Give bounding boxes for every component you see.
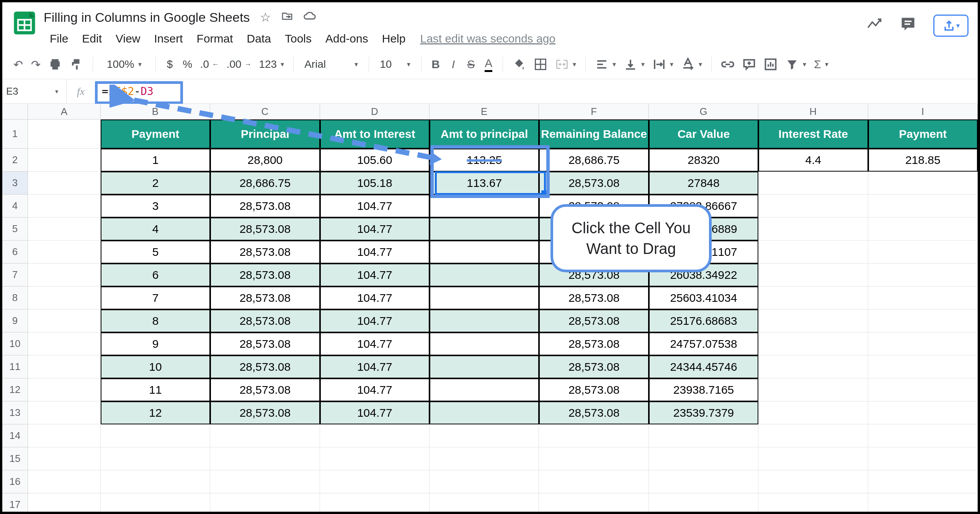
cell-C17[interactable]: [210, 493, 320, 514]
cell-E2[interactable]: 113.25: [430, 149, 539, 172]
cell-B6[interactable]: 5: [101, 241, 210, 264]
cell-H1[interactable]: Interest Rate: [758, 119, 868, 149]
cell-F16[interactable]: [539, 470, 648, 493]
cell-D2[interactable]: 105.60: [320, 149, 430, 172]
menu-view[interactable]: View: [109, 31, 146, 47]
italic-icon[interactable]: I: [446, 55, 461, 74]
cell-I6[interactable]: [868, 241, 978, 264]
cell-B11[interactable]: 10: [101, 355, 210, 378]
cell-D14[interactable]: [320, 424, 430, 447]
cell-G3[interactable]: 27848: [649, 172, 758, 195]
cell-H16[interactable]: [758, 470, 868, 493]
cell-C15[interactable]: [210, 447, 320, 470]
document-title[interactable]: Filling in Columns in Google Sheets: [44, 10, 250, 25]
cell-C2[interactable]: 28,800: [210, 149, 320, 172]
cell-B8[interactable]: 7: [101, 286, 210, 309]
cell-C5[interactable]: 28,573.08: [210, 218, 320, 241]
merge-cells-icon[interactable]: [553, 55, 578, 74]
cell-B15[interactable]: [101, 447, 210, 470]
sheets-logo[interactable]: [11, 10, 38, 36]
cell-C8[interactable]: 28,573.08: [210, 286, 320, 309]
row-header-1[interactable]: 1: [2, 119, 28, 149]
cell-E3[interactable]: 113.67: [430, 172, 539, 195]
star-icon[interactable]: ☆: [260, 10, 271, 25]
cell-A15[interactable]: [28, 447, 101, 470]
column-header-D[interactable]: D: [320, 104, 430, 119]
column-header-I[interactable]: I: [868, 104, 978, 119]
cell-D3[interactable]: 105.18: [320, 172, 430, 195]
comments-icon[interactable]: [900, 16, 916, 36]
cell-D17[interactable]: [320, 493, 430, 514]
cell-F14[interactable]: [539, 424, 648, 447]
cell-H14[interactable]: [758, 424, 868, 447]
cell-D11[interactable]: 104.77: [320, 355, 430, 378]
cell-C12[interactable]: 28,573.08: [210, 378, 320, 401]
cell-H8[interactable]: [758, 286, 868, 309]
cell-B17[interactable]: [101, 493, 210, 514]
cell-D16[interactable]: [320, 470, 430, 493]
v-align-icon[interactable]: [621, 55, 647, 74]
cell-C7[interactable]: 28,573.08: [210, 264, 320, 286]
cell-B1[interactable]: Payment: [101, 119, 210, 149]
cell-F15[interactable]: [539, 447, 648, 470]
cell-I14[interactable]: [868, 424, 978, 447]
cell-I10[interactable]: [868, 332, 978, 355]
menu-data[interactable]: Data: [241, 31, 277, 47]
cell-A3[interactable]: [28, 172, 101, 195]
row-header-17[interactable]: 17: [2, 493, 28, 514]
cell-H7[interactable]: [758, 264, 868, 286]
cell-A7[interactable]: [28, 264, 101, 286]
cell-I4[interactable]: [868, 195, 978, 218]
move-icon[interactable]: [281, 10, 293, 25]
cell-E17[interactable]: [430, 493, 539, 514]
text-rotation-icon[interactable]: [679, 55, 704, 74]
text-wrap-icon[interactable]: [650, 55, 676, 74]
cell-A6[interactable]: [28, 241, 101, 264]
insert-chart-icon[interactable]: [761, 55, 780, 74]
cell-H5[interactable]: [758, 218, 868, 241]
cell-E5[interactable]: [430, 218, 539, 241]
cell-H4[interactable]: [758, 195, 868, 218]
cell-H11[interactable]: [758, 355, 868, 378]
cell-C3[interactable]: 28,686.75: [210, 172, 320, 195]
cell-A16[interactable]: [28, 470, 101, 493]
cell-B14[interactable]: [101, 424, 210, 447]
cell-F2[interactable]: 28,686.75: [539, 149, 648, 172]
cell-C4[interactable]: 28,573.08: [210, 195, 320, 218]
increase-decimal-icon[interactable]: .00 →: [224, 55, 254, 74]
spreadsheet-grid[interactable]: ABCDEFGHI 1PaymentPrincipalAmt to Intere…: [2, 104, 978, 514]
borders-icon[interactable]: [531, 55, 550, 74]
cell-B9[interactable]: 8: [101, 309, 210, 332]
cell-D5[interactable]: 104.77: [320, 218, 430, 241]
cell-D13[interactable]: 104.77: [320, 401, 430, 424]
bold-icon[interactable]: B: [428, 55, 443, 74]
cell-D9[interactable]: 104.77: [320, 309, 430, 332]
row-header-9[interactable]: 9: [2, 309, 28, 332]
cell-G16[interactable]: [649, 470, 758, 493]
cell-C6[interactable]: 28,573.08: [210, 241, 320, 264]
filter-icon[interactable]: [783, 55, 808, 74]
functions-icon[interactable]: Σ: [812, 55, 831, 74]
row-header-11[interactable]: 11: [2, 355, 28, 378]
cell-E14[interactable]: [430, 424, 539, 447]
cell-F3[interactable]: 28,573.08: [539, 172, 648, 195]
more-formats-icon[interactable]: 123: [256, 55, 286, 74]
cell-E11[interactable]: [430, 355, 539, 378]
row-header-8[interactable]: 8: [2, 286, 28, 309]
cell-G15[interactable]: [649, 447, 758, 470]
undo-icon[interactable]: ↶: [11, 55, 25, 74]
cell-D4[interactable]: 104.77: [320, 195, 430, 218]
column-header-E[interactable]: E: [430, 104, 539, 119]
cell-C10[interactable]: 28,573.08: [210, 332, 320, 355]
cell-H6[interactable]: [758, 241, 868, 264]
cell-E6[interactable]: [430, 241, 539, 264]
column-header-H[interactable]: H: [758, 104, 868, 119]
cell-D15[interactable]: [320, 447, 430, 470]
edit-status[interactable]: Last edit was seconds ago: [420, 32, 555, 45]
cell-C9[interactable]: 28,573.08: [210, 309, 320, 332]
activity-icon[interactable]: [866, 16, 883, 36]
cell-B13[interactable]: 12: [101, 401, 210, 424]
cell-B4[interactable]: 3: [101, 195, 210, 218]
cell-I1[interactable]: Payment: [868, 119, 978, 149]
cell-A8[interactable]: [28, 286, 101, 309]
